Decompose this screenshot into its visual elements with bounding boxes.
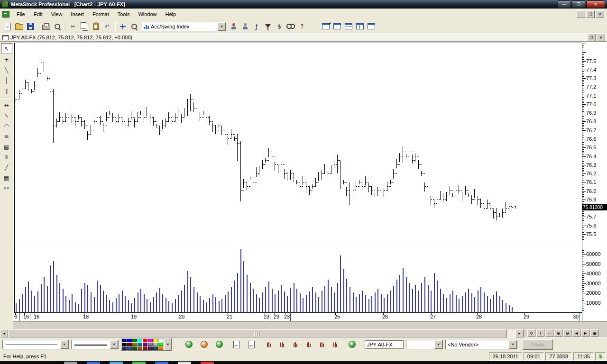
new-chart-icon[interactable] [2, 21, 13, 32]
scrollbar-right-arrow[interactable]: ► [515, 329, 524, 337]
trendline-tool[interactable]: ╲ [1, 65, 12, 75]
menu-tools[interactable]: Tools [113, 9, 134, 19]
color-swatch[interactable] [127, 343, 132, 346]
chevron-down-icon[interactable]: ▼ [110, 340, 118, 349]
menu-window[interactable]: Window [134, 9, 161, 19]
minimize-button[interactable]: — [558, 0, 571, 8]
expert-commentary-tool[interactable]: ▤ [1, 142, 12, 152]
go-to-end-icon[interactable]: ▣ [590, 329, 598, 337]
color-swatch[interactable] [127, 339, 132, 342]
options-dollar-icon[interactable]: $ [274, 21, 285, 32]
crosshair-tool[interactable]: + [1, 55, 12, 64]
child-restore-button[interactable]: ❐ [586, 10, 595, 18]
line-style-combo[interactable]: ▼ [2, 340, 69, 349]
color-swatch[interactable] [122, 346, 127, 350]
light-trendline-tool[interactable]: ╱ [1, 163, 12, 173]
color-swatch[interactable] [153, 343, 158, 346]
zigzag-indicator-tool[interactable]: ∿ [1, 110, 12, 120]
scroll-tool-icon[interactable] [117, 21, 129, 32]
color-swatch[interactable] [158, 343, 163, 346]
taskbar-app-icon[interactable] [178, 362, 191, 364]
scroll-left-icon[interactable]: ◄ [572, 329, 580, 337]
taskbar-app-icon[interactable] [64, 362, 77, 364]
context-help-icon[interactable]: ? [296, 21, 308, 32]
close-button[interactable]: ✕ [586, 0, 605, 8]
expert-commentary-icon[interactable] [239, 21, 251, 32]
color-swatch[interactable] [127, 346, 132, 350]
zoom-reset-icon[interactable]: ↺ [527, 329, 535, 337]
print-preview-icon[interactable] [52, 21, 63, 32]
horizontal-scrollbar[interactable]: ◄ ► [0, 329, 524, 337]
chart-close-button[interactable]: ✕ [597, 34, 605, 41]
color-swatch[interactable] [153, 346, 158, 350]
bar-style-icon[interactable] [263, 339, 275, 350]
candle-style-icon[interactable] [276, 339, 288, 350]
menu-view[interactable]: View [47, 9, 67, 19]
line-style-icon[interactable] [290, 339, 301, 350]
color-picker[interactable]: ▼ [121, 338, 172, 351]
color-swatch[interactable] [138, 339, 142, 342]
chart-document-icon[interactable] [2, 11, 9, 18]
tile-vertical-icon[interactable] [331, 21, 343, 32]
realtime-status-icon[interactable] [346, 339, 358, 350]
scroll-arrows-tool[interactable]: ↔ [1, 100, 12, 110]
pointer-tool[interactable]: ↖ [1, 43, 12, 54]
menu-format[interactable]: Format [88, 9, 113, 19]
color-swatch[interactable] [148, 343, 153, 346]
color-swatch[interactable] [158, 346, 163, 350]
expert-advisor-icon[interactable] [228, 21, 239, 32]
color-swatch[interactable] [148, 339, 153, 342]
ibeam-cursor-icon[interactable]: I [536, 329, 544, 337]
zoom-out-icon[interactable]: ⊖ [563, 329, 571, 337]
chevron-down-icon[interactable]: ▼ [434, 340, 442, 349]
vertical-line-tool[interactable]: │ [1, 75, 12, 85]
color-swatch[interactable] [132, 346, 137, 350]
menu-edit[interactable]: Edit [29, 9, 47, 19]
taskbar-app-icon[interactable] [201, 362, 214, 364]
scrollbar-left-arrow[interactable]: ◄ [0, 329, 8, 337]
color-swatch[interactable] [143, 346, 147, 350]
taskbar-app-icon[interactable] [87, 362, 100, 364]
chevron-down-icon[interactable]: ▼ [60, 340, 68, 349]
trade-button[interactable]: Trade [523, 339, 553, 350]
paste-icon[interactable] [90, 21, 101, 32]
chevron-down-icon[interactable]: ▼ [509, 340, 517, 349]
cycle-lines-tool[interactable]: ||| [1, 152, 12, 162]
tile-horizontal-icon[interactable] [343, 21, 354, 32]
symbol-input[interactable]: JPY A0-FX [365, 340, 404, 349]
line-weight-combo[interactable]: ▼ [71, 340, 119, 349]
maximize-button[interactable]: ❐ [572, 0, 585, 8]
menu-help[interactable]: Help [161, 9, 181, 19]
chart-window[interactable]: 77.577.477.377.277.177.076.976.876.776.6… [13, 42, 607, 329]
color-swatch[interactable] [122, 343, 127, 346]
chevron-down-icon[interactable]: ▼ [218, 22, 226, 31]
chevron-down-icon[interactable]: ▼ [164, 338, 172, 351]
child-minimize-button[interactable]: — [577, 10, 585, 18]
fill-pattern-tool[interactable]: ▦ [1, 173, 12, 183]
pause-quotes-icon[interactable] [198, 339, 210, 350]
chart-restore-button[interactable]: ❐ [587, 34, 596, 41]
new-window-icon[interactable] [320, 21, 331, 32]
move-cursor-icon[interactable]: ↔ [545, 329, 553, 337]
color-swatch[interactable] [158, 339, 163, 342]
windows-taskbar[interactable] [0, 361, 607, 364]
taskbar-app-icon[interactable] [110, 362, 123, 364]
color-swatch[interactable] [132, 343, 137, 346]
save-icon[interactable] [25, 21, 36, 32]
tile-quad-icon[interactable] [354, 21, 366, 32]
color-swatch[interactable] [148, 346, 153, 350]
undo-icon[interactable]: ↶ [101, 21, 113, 32]
connect-quotes-icon[interactable] [183, 339, 194, 350]
taskbar-app-icon[interactable] [155, 362, 168, 364]
menu-file[interactable]: File [12, 9, 29, 19]
menu-insert[interactable]: Insert [66, 9, 88, 19]
point-figure-style-icon[interactable] [303, 339, 314, 350]
taskbar-app-icon[interactable] [132, 362, 146, 364]
periodicity-combo[interactable]: ▼ [406, 340, 443, 349]
open-intraday-chart-icon[interactable] [231, 339, 242, 350]
child-close-button[interactable]: ✕ [596, 10, 604, 18]
cascade-windows-icon[interactable] [366, 21, 377, 32]
vendor-combo[interactable]: <No Vendor> ▼ [445, 340, 517, 349]
chart-caption-bar[interactable]: JPY A0-FX (75.812, 75.812, 75.812, 75.81… [0, 33, 607, 42]
symbol-palette-tool[interactable]: ×× [1, 183, 12, 193]
